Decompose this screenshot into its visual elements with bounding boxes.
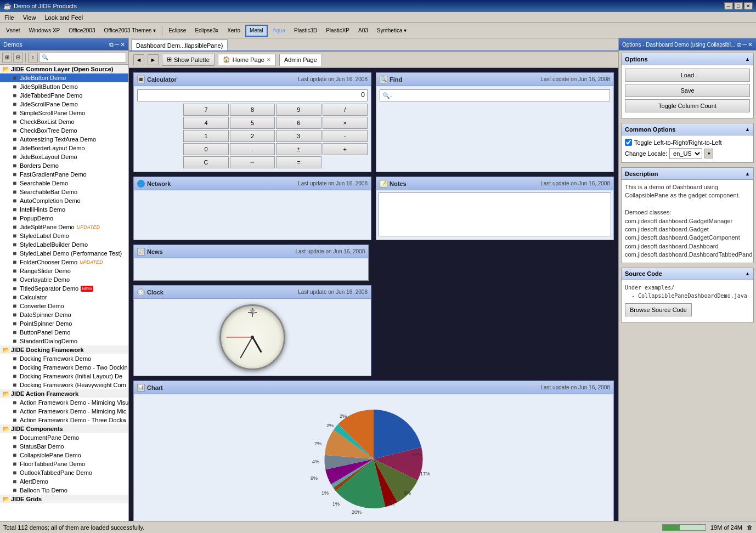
list-item-jide-split-button[interactable]: ◾ JideSplitButton Demo bbox=[0, 82, 128, 91]
list-item-standarddialog[interactable]: ◾ StandardDialogDemo bbox=[0, 337, 128, 345]
theme-plasticxp[interactable]: PlasticXP bbox=[322, 25, 353, 37]
calc-btn-dot[interactable]: . bbox=[230, 143, 275, 155]
list-item-jide-scroll[interactable]: ◾ JideScrollPane Demo bbox=[0, 100, 128, 109]
list-item-searchablebar[interactable]: ◾ SearchableBar Demo bbox=[0, 188, 128, 196]
list-item-action2[interactable]: ◾ Action Framework Demo - Mimicing Mic bbox=[0, 407, 128, 416]
calc-btn-sub[interactable]: - bbox=[323, 130, 368, 142]
save-button[interactable]: Save bbox=[625, 84, 750, 97]
list-item-buttonpanel[interactable]: ◾ ButtonPanel Demo bbox=[0, 328, 128, 337]
calc-btn-div[interactable]: / bbox=[323, 104, 368, 116]
demos-float-button[interactable]: ⧉ bbox=[109, 41, 114, 48]
toggle-column-button[interactable]: Toggle Column Count bbox=[625, 99, 750, 112]
list-item-searchable[interactable]: ◾ Searchable Demo bbox=[0, 179, 128, 188]
find-search-input[interactable] bbox=[380, 89, 610, 101]
source-code-collapse[interactable]: ▲ bbox=[745, 271, 750, 276]
list-item-balloontip[interactable]: ◾ Balloon Tip Demo bbox=[0, 486, 128, 495]
locale-select[interactable]: en_US bbox=[669, 148, 702, 159]
close-button[interactable]: ✕ bbox=[744, 2, 753, 10]
list-item-docpane[interactable]: ◾ DocumentPane Demo bbox=[0, 433, 128, 442]
theme-winxp[interactable]: Windows XP bbox=[25, 25, 64, 37]
list-item-converter[interactable]: ◾ Converter Demo bbox=[0, 302, 128, 310]
calc-btn-add[interactable]: + bbox=[323, 143, 368, 155]
calc-btn-2[interactable]: 2 bbox=[230, 130, 275, 142]
common-options-collapse[interactable]: ▲ bbox=[745, 127, 750, 132]
group-common-layer[interactable]: 📂 JIDE Common Layer (Open Source) bbox=[0, 65, 128, 73]
calc-btn-1[interactable]: 1 bbox=[183, 130, 228, 142]
calc-btn-plusminus[interactable]: ± bbox=[276, 143, 321, 155]
calc-btn-3[interactable]: 3 bbox=[276, 130, 321, 142]
theme-plastic3d[interactable]: Plastic3D bbox=[290, 25, 321, 37]
list-item-overlayable[interactable]: ◾ Overlayable Demo bbox=[0, 275, 128, 284]
nav-prev-button[interactable]: ◄ bbox=[133, 54, 144, 65]
menu-file[interactable]: File bbox=[2, 14, 16, 21]
show-palette-button[interactable]: ⊞ Show Palette bbox=[162, 54, 215, 66]
list-item-floortabbed[interactable]: ◾ FloorTabbedPane Demo bbox=[0, 460, 128, 468]
list-item-styledlabel[interactable]: ◾ StyledLabel Demo bbox=[0, 231, 128, 240]
list-item-datespinner[interactable]: ◾ DateSpinner Demo bbox=[0, 310, 128, 319]
notes-textarea[interactable] bbox=[379, 192, 611, 236]
toggle-ltr-checkbox[interactable] bbox=[625, 139, 632, 146]
page-tab-home-close[interactable]: ✕ bbox=[267, 57, 271, 63]
list-item-rangeslider[interactable]: ◾ RangeSlider Demo bbox=[0, 266, 128, 275]
list-item-checkbox-tree[interactable]: ◾ CheckBoxTree Demo bbox=[0, 126, 128, 135]
calc-btn-0[interactable]: 0 bbox=[183, 143, 228, 155]
list-item-outlooktabbed[interactable]: ◾ OutlookTabbedPane Demo bbox=[0, 468, 128, 477]
options-close-button[interactable]: ✕ bbox=[748, 41, 753, 48]
options-collapse-button[interactable]: ▲ bbox=[745, 56, 750, 62]
group-docking[interactable]: 📂 JIDE Docking Framework bbox=[0, 345, 128, 354]
list-item-action1[interactable]: ◾ Action Framework Demo - Mimicing Visu bbox=[0, 398, 128, 407]
options-minimize-button[interactable]: ─ bbox=[742, 41, 747, 48]
list-item-jide-box[interactable]: ◾ JideBoxLayout Demo bbox=[0, 152, 128, 161]
list-item-fast-gradient[interactable]: ◾ FastGradientPane Demo bbox=[0, 170, 128, 179]
list-item-collapsiblepane[interactable]: ◾ CollapsiblePane Demo bbox=[0, 451, 128, 460]
nav-next-button[interactable]: ► bbox=[148, 54, 159, 65]
list-item-checkbox-list[interactable]: ◾ CheckBoxList Demo bbox=[0, 117, 128, 126]
group-grids[interactable]: 📂 JIDE Grids bbox=[0, 495, 128, 503]
calc-btn-back[interactable]: ← bbox=[230, 156, 275, 168]
theme-office2003[interactable]: Office2003 bbox=[65, 25, 99, 37]
list-item-jide-tabbed[interactable]: ◾ JideTabbedPane Demo bbox=[0, 91, 128, 100]
list-item-autocompletion[interactable]: ◾ AutoCompletion Demo bbox=[0, 196, 128, 205]
page-tab-home[interactable]: 🏠 Home Page ✕ bbox=[218, 54, 276, 66]
calc-btn-4[interactable]: 4 bbox=[183, 117, 228, 129]
menu-view[interactable]: View bbox=[21, 14, 38, 21]
list-item-intellihints[interactable]: ◾ IntelliHints Demo bbox=[0, 205, 128, 214]
maximize-button[interactable]: □ bbox=[734, 2, 743, 10]
theme-metal[interactable]: Metal bbox=[245, 25, 267, 37]
theme-aqua[interactable]: Aqua bbox=[269, 25, 289, 37]
theme-eclipse[interactable]: Eclipse bbox=[165, 25, 190, 37]
load-button[interactable]: Load bbox=[625, 69, 750, 82]
description-collapse[interactable]: ▲ bbox=[745, 171, 750, 177]
calc-btn-7[interactable]: 7 bbox=[183, 104, 228, 116]
theme-office2003-themes[interactable]: Office2003 Themes ▾ bbox=[100, 25, 160, 37]
sort-button[interactable]: ↕ bbox=[28, 53, 38, 63]
calc-btn-5[interactable]: 5 bbox=[230, 117, 275, 129]
list-item-statusbar[interactable]: ◾ StatusBar Demo bbox=[0, 442, 128, 451]
gc-icon[interactable]: 🗑 bbox=[747, 524, 753, 531]
options-float-button[interactable]: ⧉ bbox=[737, 41, 741, 48]
expand-all-button[interactable]: ⊞ bbox=[2, 53, 12, 63]
list-item-action3[interactable]: ◾ Action Framework Demo - Three Docka bbox=[0, 416, 128, 424]
list-item-styledlabel-perf[interactable]: ◾ StyledLabel Demo (Performance Test) bbox=[0, 249, 128, 258]
list-item-docking2[interactable]: ◾ Docking Framework Demo - Two Dockin bbox=[0, 363, 128, 372]
list-item-pointspinner[interactable]: ◾ PointSpinner Demo bbox=[0, 319, 128, 328]
list-item-autoresizing[interactable]: ◾ Autoresizing TextArea Demo bbox=[0, 135, 128, 144]
list-item-jide-border[interactable]: ◾ JideBorderLayout Demo bbox=[0, 144, 128, 152]
browse-source-button[interactable]: Browse Source Code bbox=[625, 303, 692, 316]
list-item-alertdemo[interactable]: ◾ AlertDemo bbox=[0, 477, 128, 486]
list-item-simple-scroll[interactable]: ◾ SimpleScrollPane Demo bbox=[0, 109, 128, 117]
list-item-jide-button[interactable]: ◾ JideButton Demo bbox=[0, 73, 128, 82]
menu-look-and-feel[interactable]: Look and Feel bbox=[42, 14, 85, 21]
calc-btn-mul[interactable]: × bbox=[323, 117, 368, 129]
calc-btn-8[interactable]: 8 bbox=[230, 104, 275, 116]
group-action[interactable]: 📂 JIDE Action Framework bbox=[0, 389, 128, 398]
demos-search-input[interactable] bbox=[39, 53, 126, 63]
theme-vsnet[interactable]: Vsnet bbox=[2, 25, 24, 37]
group-components[interactable]: 📂 JIDE Components bbox=[0, 424, 128, 433]
list-item-docking4[interactable]: ◾ Docking Framework (Heavyweight Com bbox=[0, 381, 128, 389]
main-tab-dashboard[interactable]: Dashboard Dem...llapsiblePane) bbox=[131, 39, 228, 50]
theme-eclipse3x[interactable]: Eclipse3x bbox=[191, 25, 222, 37]
list-item-titledseparator[interactable]: ◾ TitledSeparator Demo NEW bbox=[0, 284, 128, 293]
demos-minimize-button[interactable]: ─ bbox=[115, 41, 119, 48]
minimize-button[interactable]: ─ bbox=[724, 2, 733, 10]
